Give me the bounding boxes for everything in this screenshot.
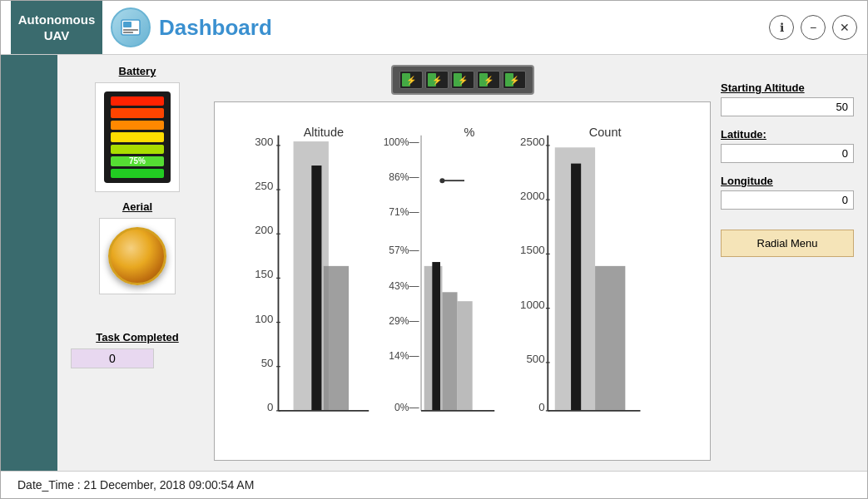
svg-text:14%—: 14%— <box>389 350 419 362</box>
battery-seg-5 <box>111 121 164 130</box>
svg-rect-36 <box>432 262 440 411</box>
svg-text:Count: Count <box>589 126 622 139</box>
svg-text:29%—: 29%— <box>389 315 419 327</box>
footer: Date_Time : 21 December, 2018 09:00:54 A… <box>1 471 867 498</box>
minimize-button[interactable]: − <box>801 15 826 40</box>
svg-rect-2 <box>123 29 138 31</box>
battery-cell-5 <box>503 71 526 89</box>
aerial-title: Aerial <box>71 200 204 213</box>
svg-text:2500: 2500 <box>520 136 545 148</box>
app-icon <box>111 7 151 47</box>
longitude-label: Longitude <box>721 175 854 187</box>
chart-area: 300 250 200 150 100 50 0 Altitude <box>214 101 711 461</box>
sidebar <box>1 55 57 471</box>
starting-altitude-input[interactable] <box>721 97 854 116</box>
svg-rect-14 <box>324 266 349 411</box>
svg-text:71%—: 71%— <box>389 206 419 218</box>
task-completed-title: Task Completed <box>71 331 204 343</box>
svg-text:1500: 1500 <box>520 244 545 256</box>
svg-text:250: 250 <box>255 180 273 192</box>
aerial-button[interactable] <box>108 227 166 285</box>
battery-cell-4 <box>477 71 500 89</box>
starting-altitude-group: Starting Altitude <box>721 82 854 116</box>
starting-altitude-label: Starting Altitude <box>721 82 854 94</box>
svg-text:200: 200 <box>255 224 273 236</box>
latitude-input[interactable] <box>721 144 854 163</box>
svg-text:100: 100 <box>255 313 273 325</box>
svg-text:0: 0 <box>267 401 273 413</box>
svg-text:50: 50 <box>261 357 274 369</box>
right-panel: Starting Altitude Latitude: Longitude Ra… <box>721 65 854 461</box>
svg-text:300: 300 <box>255 136 273 148</box>
svg-text:%: % <box>464 126 475 139</box>
svg-text:2000: 2000 <box>520 190 545 202</box>
radial-menu-button[interactable]: Radial Menu <box>721 230 854 257</box>
battery-seg-4 <box>111 132 164 141</box>
task-completed-value: 0 <box>71 348 154 368</box>
battery-seg-6 <box>111 108 164 117</box>
svg-text:57%—: 57%— <box>389 245 419 256</box>
info-button[interactable]: ℹ <box>769 15 794 40</box>
app-name: Autonomous UAV <box>11 1 102 54</box>
svg-rect-49 <box>595 266 625 411</box>
latitude-group: Latitude: <box>721 128 854 163</box>
svg-rect-35 <box>458 301 473 411</box>
datetime-label: Date_Time : 21 December, 2018 09:00:54 A… <box>17 478 254 492</box>
svg-text:1000: 1000 <box>520 299 545 311</box>
battery-cell-2 <box>425 71 449 89</box>
svg-text:500: 500 <box>526 353 544 365</box>
svg-rect-3 <box>123 32 133 33</box>
longitude-group: Longitude <box>721 175 854 210</box>
latitude-label: Latitude: <box>721 128 854 141</box>
battery-seg-1 <box>111 169 164 178</box>
svg-text:100%—: 100%— <box>384 136 420 148</box>
svg-rect-50 <box>571 164 581 411</box>
svg-rect-13 <box>311 166 321 411</box>
svg-text:150: 150 <box>255 268 273 280</box>
dashboard-title: Dashboard <box>159 15 769 41</box>
svg-rect-12 <box>294 141 329 411</box>
battery-title: Battery <box>71 65 204 77</box>
svg-rect-1 <box>123 22 131 27</box>
longitude-input[interactable] <box>721 190 854 210</box>
close-button[interactable]: ✕ <box>832 15 857 40</box>
svg-text:Altitude: Altitude <box>304 126 344 139</box>
center-panel: 300 250 200 150 100 50 0 Altitude <box>214 65 711 461</box>
battery-seg-3 <box>111 145 164 154</box>
svg-text:0: 0 <box>538 401 544 413</box>
battery-cells-display <box>391 65 534 95</box>
battery-display: 75% <box>104 91 171 183</box>
window-controls: ℹ − ✕ <box>769 15 857 40</box>
svg-text:86%—: 86%— <box>389 171 419 183</box>
left-panel: Battery 75% <box>71 65 204 461</box>
svg-point-38 <box>439 178 444 183</box>
battery-cell-3 <box>451 71 474 89</box>
battery-cell-1 <box>399 71 423 89</box>
battery-seg-2: 75% <box>111 156 164 166</box>
battery-seg-7 <box>111 96 164 106</box>
svg-text:43%—: 43%— <box>389 280 419 292</box>
svg-rect-34 <box>442 292 457 411</box>
svg-text:0%—: 0%— <box>394 402 419 413</box>
